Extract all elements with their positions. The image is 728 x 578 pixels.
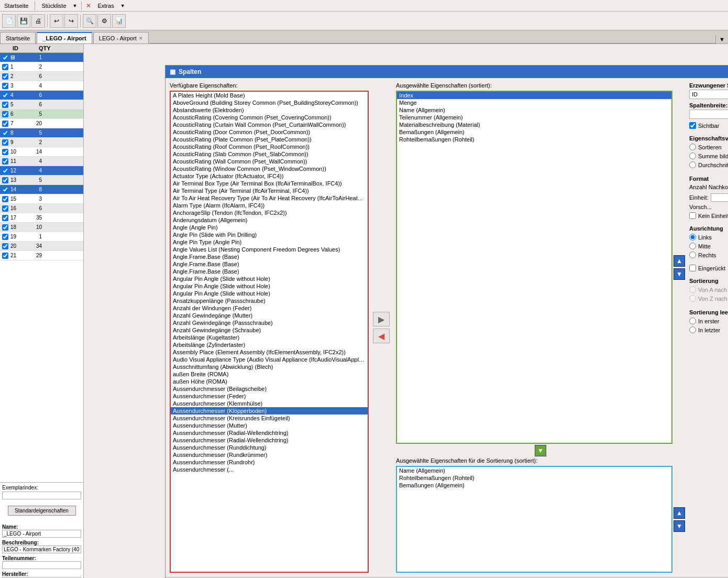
available-item[interactable]: Aussendurchmesser (Beilagscheibe) (171, 385, 368, 392)
available-item[interactable]: Aussendurchmesser (Rundrohr) (171, 459, 368, 466)
list-checkbox[interactable] (1, 187, 9, 193)
move-up-button[interactable]: ▲ (674, 255, 685, 267)
available-item[interactable]: Angle Pin Type (Angle Pin) (171, 238, 368, 246)
available-item[interactable]: Ausschnittumfang (Abwicklung) (Blech) (171, 363, 368, 370)
tab-startseite[interactable]: Startseite (0, 32, 36, 43)
available-item[interactable]: Arbeitslänge (Kugeltaster) (171, 334, 368, 341)
list-checkbox[interactable] (1, 139, 9, 146)
list-row[interactable]: 10 14 (0, 147, 83, 157)
list-row[interactable]: 15 3 (0, 194, 83, 204)
available-item[interactable]: Abstandswerte (Elektroden) (171, 106, 368, 114)
available-item[interactable]: Aussendurchmesser (Runddichtung) (171, 444, 368, 451)
available-item[interactable]: Assembly Place (Element Assembly (IfcEle… (171, 348, 368, 356)
available-item[interactable]: Angular Pin Angle (Slide without Hole) (171, 275, 368, 282)
available-item[interactable]: Angle.Frame.Base (Base) (171, 253, 368, 260)
list-checkbox[interactable] (1, 102, 9, 108)
available-item[interactable]: AcousticRating (Door Common (Pset_DoorCo… (171, 128, 368, 136)
toolbar-btn-4[interactable]: ↩ (50, 14, 63, 28)
unit-input[interactable] (711, 193, 728, 202)
toolbar-btn-8[interactable]: 📊 (112, 14, 126, 28)
list-row[interactable]: 5 6 (0, 100, 83, 110)
available-item[interactable]: außen Höhe (ROMA) (171, 378, 368, 385)
list-checkbox[interactable] (1, 224, 9, 231)
move-down-button[interactable]: ▼ (674, 268, 685, 280)
selected-item[interactable]: Bemaßungen (Allgemein) (397, 128, 671, 136)
avg-radio[interactable] (689, 161, 696, 168)
available-item[interactable]: Angle Pin (Slide with Pin Drilling) (171, 231, 368, 238)
menu-extras[interactable]: Extras (95, 2, 116, 10)
move-right-button[interactable]: ▶ (373, 312, 390, 326)
list-checkbox[interactable] (1, 196, 9, 202)
available-item[interactable]: Aussendurchmesser (Klemmhülse) (171, 400, 368, 407)
sort-item[interactable]: Rohteilbemaßungen (Rohteil) (397, 474, 671, 482)
available-item[interactable]: Angle (Angle Pin) (171, 224, 368, 231)
list-row[interactable]: 1 2 (0, 62, 83, 72)
add-to-sort-button[interactable]: ▼ (535, 445, 546, 456)
toolbar-btn-2[interactable]: 💾 (17, 14, 30, 28)
empty-last-radio[interactable] (689, 326, 696, 333)
exemplar-input[interactable] (2, 492, 81, 499)
available-properties-list[interactable]: A Plates Height (Mold Base) AboveGround … (170, 91, 369, 573)
list-row[interactable]: 9 2 (0, 138, 83, 147)
no-unit-checkbox[interactable] (689, 212, 696, 219)
list-checkbox[interactable] (1, 64, 9, 70)
list-checkbox[interactable] (1, 253, 9, 259)
list-checkbox[interactable] (1, 149, 9, 155)
sort-az-radio[interactable] (689, 286, 696, 293)
extras-arrow[interactable]: ▼ (120, 3, 125, 8)
list-checkbox[interactable] (1, 243, 9, 249)
forced-col-input[interactable] (689, 90, 728, 99)
name-input[interactable] (2, 530, 81, 538)
sort-move-down-button[interactable]: ▼ (674, 520, 685, 532)
available-item[interactable]: Ansatzkuppenlänge (Passschraube) (171, 297, 368, 304)
tab-close-icon[interactable]: ✕ (139, 36, 143, 41)
menu-stuckliste[interactable]: Stückliste (39, 2, 68, 10)
list-row[interactable]: 13 5 (0, 176, 83, 185)
list-row[interactable]: 7 20 (0, 119, 83, 128)
list-checkbox[interactable] (1, 234, 9, 240)
selected-item[interactable]: Materialbeschreibung (Material) (397, 121, 671, 128)
list-checkbox[interactable] (1, 177, 9, 183)
available-item[interactable]: Aussendurchmesser (Radial-Wellendichtrin… (171, 437, 368, 444)
tab-lego-airport[interactable]: LEGO - Airport ✕ (93, 32, 149, 43)
available-item[interactable]: Air Terminal Type (Air Terminal (IfcAirT… (171, 187, 368, 194)
available-item[interactable]: A Plates Height (Mold Base) (171, 92, 368, 99)
available-item[interactable]: Angle.Frame.Base (Base) (171, 260, 368, 268)
available-item[interactable]: AcousticRating (Window Common (Pset_Wind… (171, 165, 368, 172)
toolbar-btn-7[interactable]: ⚙ (97, 14, 111, 28)
list-checkbox[interactable] (1, 54, 9, 61)
available-item[interactable]: Angle.Frame.Base (Base) (171, 268, 368, 275)
available-item[interactable]: AcousticRating (Covering Common (Pset_Co… (171, 114, 368, 121)
available-item[interactable]: Air Terminal Box Type (Air Terminal Box … (171, 180, 368, 187)
indented-checkbox[interactable] (689, 265, 696, 271)
list-row[interactable]: 11 4 (0, 157, 83, 166)
available-item[interactable]: außen Breite (ROMA) (171, 370, 368, 378)
available-item[interactable]: Anzahl Gewindegänge (Mutter) (171, 312, 368, 319)
available-item[interactable]: Angular Pin Angle (Slide without Hole) (171, 290, 368, 297)
toolbar-btn-6[interactable]: 🔍 (83, 14, 96, 28)
stuckliste-arrow[interactable]: ▼ (73, 3, 78, 8)
available-item[interactable]: AcousticRating (Wall Common (Pset_WallCo… (171, 158, 368, 165)
list-row[interactable]: 12 4 (0, 166, 83, 176)
available-item[interactable]: Aussendurchmesser (... (171, 466, 368, 473)
move-left-button[interactable]: ◀ (373, 329, 390, 343)
list-checkbox[interactable] (1, 205, 9, 212)
available-item[interactable]: Änderungsdatum (Allgemein) (171, 216, 368, 224)
available-item[interactable]: AcousticRating (Curtain Wall Common (Pse… (171, 121, 368, 128)
list-checkbox[interactable] (1, 158, 9, 165)
available-item[interactable]: Audio Visual Appliance Type (Audio Visua… (171, 356, 368, 363)
available-item[interactable]: Aussendurchmesser (Mutter) (171, 422, 368, 429)
visible-checkbox[interactable] (689, 122, 696, 129)
list-checkbox[interactable] (1, 111, 9, 117)
list-row[interactable]: 4 6 (0, 91, 83, 100)
std-properties-button[interactable]: Standardeigenschaften (8, 506, 76, 516)
selected-properties-list[interactable]: Index Menge Name (Allgemein) Teilenummer… (396, 91, 672, 444)
list-row[interactable]: 2 6 (0, 72, 83, 81)
list-row[interactable]: 6 5 (0, 110, 83, 119)
sort-za-radio[interactable] (689, 295, 696, 302)
list-row[interactable]: 21 29 (0, 251, 83, 260)
list-checkbox[interactable] (1, 215, 9, 221)
list-row[interactable]: 17 35 (0, 213, 83, 223)
col-width-input[interactable] (689, 110, 728, 119)
align-center-radio[interactable] (689, 243, 696, 249)
